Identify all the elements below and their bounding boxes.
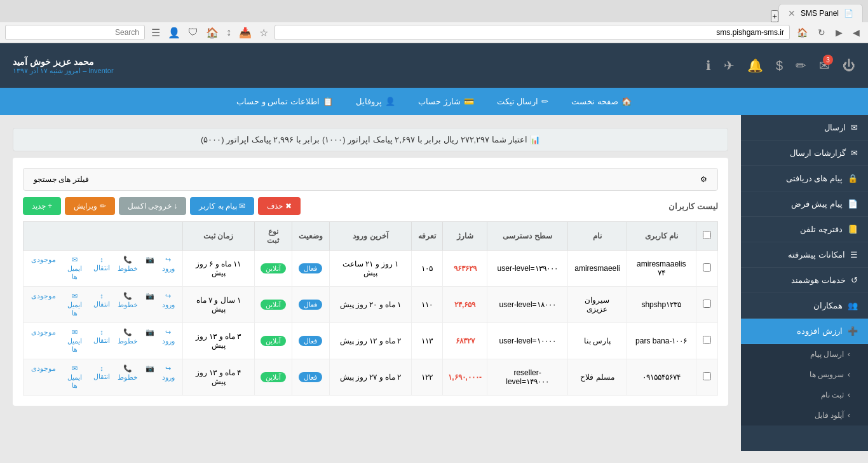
bell-button[interactable]: 🔔 (747, 58, 763, 73)
row-inventory-button[interactable]: موجودی (29, 254, 58, 282)
sidebar-item-smart[interactable]: ↺ خدمات هوشمند (741, 268, 868, 293)
sidebar-item-received[interactable]: 🔒 پیام های دریافتی (741, 166, 868, 191)
row-inventory-button[interactable]: موجودی (29, 291, 58, 319)
row-transfer-button[interactable]: ↕ انتقال (91, 291, 112, 319)
power-button[interactable]: ⏻ (843, 59, 855, 73)
row-transfer-button[interactable]: ↕ انتقال (91, 254, 112, 282)
row-checkbox-cell[interactable] (696, 359, 718, 396)
excel-button[interactable]: ↓ خروجی اکسل (119, 197, 187, 215)
sidebar-subitem-sendmsg[interactable]: › ارسال پیام (741, 344, 868, 364)
sync-button[interactable]: ↕ (224, 25, 234, 39)
credit-text: اعتبار شما ۲۷۲,۲۹۷ ریال برابر با ۲,۶۹۷ پ… (201, 135, 527, 144)
subnav-item-profile[interactable]: 👤 پروفایل (347, 93, 404, 110)
table-row: ۰۹۱۵۵۴۵۶۷۴ مسلم فلاح reseller-level=۱۴۹۰… (24, 359, 718, 396)
row-login-button[interactable]: ↪ ورود (159, 291, 177, 319)
message-button[interactable]: ✉ پیام به کاربر (190, 197, 254, 215)
subnav-item-ticket[interactable]: ✏ ارسال تیکت (488, 93, 558, 110)
shield-button[interactable]: 🛡 (186, 25, 201, 39)
sidebar-item-advanced[interactable]: ☰ امکانات پیشرفته (741, 242, 868, 268)
row-email-button[interactable]: ✉ ایمیل ها (61, 291, 88, 319)
cell-tariff: ۱۱۰ (412, 287, 443, 323)
sidebar-item-default-msg[interactable]: 📄 پیام پیش فرض (741, 191, 868, 217)
arrow-icon-2: › (848, 370, 850, 379)
table-row: amiresmaaelis ۷۴ amiresmaeeli user-level… (24, 251, 718, 287)
sidebar-item-phonebook[interactable]: 📒 دفترچه تلفن (741, 217, 868, 242)
row-email-button[interactable]: ✉ ایمیل ها (61, 254, 88, 282)
row-inventory-button[interactable]: موجودی (29, 363, 58, 391)
home-icon: 🏠 (621, 97, 632, 106)
row-transfer-button[interactable]: ↕ انتقال (91, 363, 112, 391)
sidebar-subitem-register[interactable]: › ثبت نام (741, 385, 868, 405)
subnav-item-contact[interactable]: 📋 اطلاعات تماس و حساب (227, 93, 342, 110)
content-wrapper: ⚙ فیلتر های جستجو لیست کاربران ✖ حذف ✉ پ… (13, 158, 728, 406)
row-camera-button[interactable]: 📷 (143, 363, 157, 391)
row-email-button[interactable]: ✉ ایمیل ها (61, 363, 88, 391)
info-button[interactable]: ℹ (706, 58, 711, 73)
new-button[interactable]: + جدید (23, 197, 61, 215)
sidebar-item-reports[interactable]: ✉ گزارشات ارسال (741, 141, 868, 166)
row-camera-button[interactable]: 📷 (143, 254, 157, 282)
row-login-button[interactable]: ↪ ورود (159, 254, 177, 282)
history-button[interactable]: 📥 (236, 25, 254, 40)
browser-search-input[interactable] (5, 25, 145, 40)
row-checkbox-cell[interactable] (696, 323, 718, 359)
row-phone-button[interactable]: 📞 خطوط (115, 363, 140, 391)
address-bar-input[interactable] (275, 25, 790, 40)
reload-button[interactable]: ↻ (815, 26, 829, 39)
edit-button[interactable]: ✏ (796, 58, 806, 73)
row-checkbox-cell[interactable] (696, 287, 718, 323)
sidebar-subitem-upload[interactable]: › آپلود فایل (741, 405, 868, 425)
new-tab-button[interactable]: + (771, 10, 778, 22)
cell-reg-time: ۱۱ ماه و ۶ روز پیش (182, 251, 254, 287)
row-phone-button[interactable]: 📞 خطوط (115, 291, 140, 319)
regtype-badge: آنلاین (261, 300, 286, 310)
transfer-icon: ↕ (100, 292, 104, 300)
cell-username: pars bana-۱۰۰۶ (627, 323, 696, 359)
ticket-icon: ✏ (541, 97, 548, 106)
account-button[interactable]: 👤 (165, 25, 183, 40)
messages-button[interactable]: ✉ 3 (819, 58, 830, 73)
cell-reg-time: ۳ ماه و ۱۳ روز پیش (182, 323, 254, 359)
bookmark-button[interactable]: ☆ (257, 25, 271, 40)
th-reg-time: زمان ثبت (182, 222, 254, 251)
row-transfer-button[interactable]: ↕ انتقال (91, 327, 112, 355)
inventory-label: موجودی (31, 256, 56, 264)
row-checkbox[interactable] (703, 263, 711, 272)
back-button[interactable]: ◀ (850, 26, 863, 39)
row-camera-button[interactable]: 📷 (143, 291, 157, 319)
edit-button[interactable]: ✏ ویرایش (65, 197, 114, 215)
active-tab[interactable]: 📄 SMS Panel ✕ (778, 4, 863, 22)
email-icon: ✉ (72, 256, 78, 264)
row-camera-button[interactable]: 📷 (143, 327, 157, 355)
row-checkbox-cell[interactable] (696, 251, 718, 287)
delete-button[interactable]: ✖ حذف (258, 197, 300, 215)
sidebar-item-partners[interactable]: 👥 همکاران (741, 293, 868, 319)
forward-button[interactable]: ▶ (832, 26, 846, 39)
homepage-btn[interactable]: 🏠 (203, 25, 221, 40)
home-button[interactable]: 🏠 (794, 26, 811, 39)
sidebar-subitem-services[interactable]: › سرویس ها (741, 364, 868, 385)
row-phone-button[interactable]: 📞 خطوط (115, 327, 140, 355)
row-inventory-button[interactable]: موجودی (29, 327, 58, 355)
select-all-checkbox[interactable] (703, 231, 711, 239)
row-checkbox[interactable] (703, 372, 711, 380)
sidebar-item-valueadded[interactable]: ➕ ارزش افزوده (741, 319, 868, 344)
send-button[interactable]: ✈ (724, 58, 735, 73)
regtype-badge: آنلاین (261, 263, 286, 273)
row-checkbox[interactable] (703, 336, 711, 344)
status-badge: فعال (299, 300, 322, 310)
subnav-item-home[interactable]: 🏠 صفحه نخست (562, 93, 641, 110)
user-info: محمد عزیز خوش آمید inventor – امروز شنبه… (13, 57, 114, 75)
row-login-button[interactable]: ↪ ورود (159, 363, 177, 391)
dollar-button[interactable]: $ (776, 59, 783, 73)
row-login-button[interactable]: ↪ ورود (159, 327, 177, 355)
menu-button[interactable]: ☰ (149, 25, 163, 40)
row-email-button[interactable]: ✉ ایمیل ها (61, 327, 88, 355)
sidebar-item-send[interactable]: ✉ ارسال (741, 115, 868, 141)
login-icon: ↪ (165, 256, 171, 264)
subnav-item-charge[interactable]: 💳 شارژ حساب (409, 93, 483, 110)
close-tab-button[interactable]: ✕ (788, 8, 796, 18)
cell-actions: ↪ ورود 📷 📞 خطوط ↕ انتقال ✉ (24, 287, 183, 323)
row-phone-button[interactable]: 📞 خطوط (115, 254, 140, 282)
row-checkbox[interactable] (703, 300, 711, 308)
